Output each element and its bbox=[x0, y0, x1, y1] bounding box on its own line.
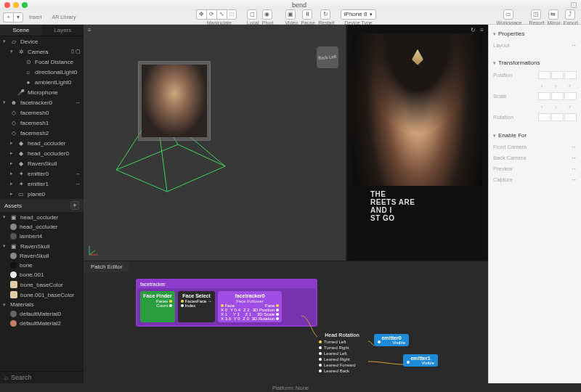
tree-em0[interactable]: emitter0 bbox=[28, 171, 49, 177]
patch-group-facetracker[interactable]: facetracker Face Finder Faces Count Face… bbox=[136, 279, 317, 327]
asset-bonebase[interactable]: bone_baseColor bbox=[20, 282, 63, 288]
tree-plane[interactable]: plane0 bbox=[28, 191, 45, 197]
pos-y-input[interactable] bbox=[551, 71, 564, 79]
asset-bone001base[interactable]: bone.001_baseColor bbox=[20, 292, 74, 298]
asset-bone001[interactable]: bone.001 bbox=[20, 271, 44, 278]
asset-raven-grp[interactable]: RavenSkull bbox=[20, 243, 49, 250]
report-button[interactable]: ◳ bbox=[531, 9, 541, 20]
node-head-rotation[interactable]: Head Rotation Turned Left Turned Right L… bbox=[316, 331, 368, 374]
manip-rotate-button[interactable]: ⟳ bbox=[206, 9, 216, 20]
tree-hocc[interactable]: head_occluder bbox=[28, 140, 65, 147]
tree-device[interactable]: Device bbox=[20, 38, 38, 45]
viewport-3d[interactable]: ≡ Back Left bbox=[84, 25, 346, 261]
manip-scale-button[interactable]: ⤡ bbox=[216, 9, 227, 20]
tree-fm0[interactable]: facemesh0 bbox=[20, 110, 49, 116]
tree-raven[interactable]: RavenSkull bbox=[28, 160, 57, 167]
node-facetracker0[interactable]: facetracker0 Face Follower FaceFace X 0Y… bbox=[218, 291, 282, 322]
window-close[interactable] bbox=[4, 2, 10, 8]
back-cam-toggle[interactable]: ↔ bbox=[571, 155, 577, 161]
tree-facetracker[interactable]: facetracker0 bbox=[20, 99, 52, 106]
pos-z-input[interactable] bbox=[564, 71, 577, 79]
manip-move-button[interactable]: ✥ bbox=[196, 9, 206, 20]
manip-all-button[interactable]: □ bbox=[227, 9, 237, 20]
add-asset-button[interactable]: + bbox=[70, 201, 79, 210]
asset-defmat2[interactable]: defaultMaterial2 bbox=[20, 320, 61, 327]
preview-refresh-icon[interactable]: ↻ bbox=[471, 27, 476, 33]
material-icon bbox=[10, 233, 17, 240]
arlibrary-button[interactable]: ▾ bbox=[13, 12, 23, 23]
sphere-icon bbox=[10, 224, 17, 230]
axis-gizmo bbox=[88, 245, 99, 256]
preview-toggle[interactable]: ↔ bbox=[571, 166, 577, 172]
svg-line-2 bbox=[89, 250, 95, 255]
scale-z-input[interactable] bbox=[564, 92, 577, 100]
rot-z-input[interactable] bbox=[564, 113, 577, 121]
focal-icon: ⊙ bbox=[25, 58, 32, 65]
restart-button[interactable]: ↻ bbox=[320, 9, 330, 20]
window-min[interactable] bbox=[13, 2, 19, 8]
face-icon: ☻ bbox=[10, 99, 17, 106]
insert-button[interactable]: + bbox=[3, 12, 13, 23]
scale-x-input[interactable] bbox=[538, 92, 550, 100]
front-cam-toggle[interactable]: ↔ bbox=[571, 144, 577, 150]
arlib-label: AR Library bbox=[52, 15, 76, 20]
tree-focal[interactable]: Focal Distance bbox=[35, 59, 73, 65]
status-bar: Platform: None bbox=[0, 383, 581, 392]
tree-fm2[interactable]: facemesh2 bbox=[20, 130, 49, 136]
patch-tab[interactable]: Patch Editor bbox=[84, 261, 130, 272]
sun-icon: ☼ bbox=[25, 68, 32, 75]
sec-enablefor[interactable]: Enable For bbox=[493, 129, 577, 142]
preview-menu-icon[interactable]: ≡ bbox=[480, 27, 484, 33]
insert-label: Insert bbox=[29, 15, 42, 20]
workspace-button[interactable]: ▭ bbox=[503, 9, 513, 20]
scale-y-input[interactable] bbox=[551, 92, 564, 100]
asset-hocc-grp[interactable]: head_occluder bbox=[20, 214, 58, 221]
tab-scene[interactable]: Scene bbox=[0, 25, 42, 36]
bulb-icon: ● bbox=[25, 78, 32, 86]
asset-materials[interactable]: Materials bbox=[10, 301, 33, 308]
window-max[interactable] bbox=[22, 2, 28, 8]
tree-em1[interactable]: emitter1 bbox=[28, 181, 49, 187]
search-icon: ⌕ bbox=[4, 374, 8, 381]
tab-layers[interactable]: Layers bbox=[42, 25, 84, 36]
tree-fm1[interactable]: facemesh1 bbox=[20, 120, 49, 126]
inspector-panel: Properties Layout↔ Transformations Posit… bbox=[488, 25, 581, 383]
tree-camera[interactable]: Camera bbox=[28, 49, 48, 55]
asset-lambert[interactable]: lambert4 bbox=[20, 233, 42, 240]
tree-amblight[interactable]: ambientLight0 bbox=[35, 79, 71, 86]
search-input[interactable]: Search bbox=[11, 374, 32, 381]
mirror-button[interactable]: ⇆ bbox=[548, 9, 558, 20]
device-select[interactable]: iPhone 8▾ bbox=[341, 9, 377, 20]
assets-header: Assets bbox=[4, 203, 22, 209]
tree-dirlight[interactable]: directionalLight0 bbox=[35, 69, 77, 75]
sec-properties[interactable]: Properties bbox=[493, 28, 577, 40]
asset-raven[interactable]: RavenSkull bbox=[20, 253, 49, 259]
rot-x-input[interactable] bbox=[538, 113, 550, 121]
asset-defmat0[interactable]: defaultMaterial0 bbox=[20, 311, 61, 317]
window-box-icon bbox=[571, 2, 577, 8]
pos-x-input[interactable] bbox=[538, 71, 550, 79]
asset-hocc[interactable]: head_occluder bbox=[20, 224, 57, 230]
tree-hocc0[interactable]: head_occluder0 bbox=[28, 150, 69, 157]
sec-transforms[interactable]: Transformations bbox=[493, 57, 577, 69]
export-button[interactable]: ⤴ bbox=[565, 9, 575, 20]
rot-y-input[interactable] bbox=[551, 113, 564, 121]
orientation-cube[interactable]: Back Left bbox=[317, 46, 338, 68]
tree-mic[interactable]: Microphone bbox=[28, 89, 58, 96]
mic-icon: 🎤 bbox=[17, 89, 25, 96]
pause-button[interactable]: ⏸ bbox=[302, 9, 312, 20]
device-icon: ▱ bbox=[10, 38, 17, 45]
video-button[interactable]: ▣ bbox=[285, 9, 296, 20]
asset-bone[interactable]: bone bbox=[20, 262, 33, 269]
patch-editor[interactable]: Patch Editor facetracker Face Finder Fac… bbox=[84, 261, 488, 383]
face-plane bbox=[138, 61, 211, 141]
node-emitter0[interactable]: emitter0 Visible bbox=[374, 334, 409, 346]
node-face-select[interactable]: Face Select FacesFace → Index bbox=[178, 291, 215, 322]
local-button[interactable]: ◻ bbox=[247, 9, 257, 20]
vp-menu-icon[interactable]: ≡ bbox=[88, 27, 92, 33]
node-emitter1[interactable]: emitter1 Visible bbox=[403, 354, 438, 367]
capture-toggle[interactable]: ↔ bbox=[571, 176, 577, 183]
pivot-button[interactable]: ◉ bbox=[262, 9, 272, 20]
layout-link-icon[interactable]: ↔ bbox=[571, 42, 577, 49]
node-face-finder[interactable]: Face Finder Faces Count bbox=[140, 291, 175, 322]
